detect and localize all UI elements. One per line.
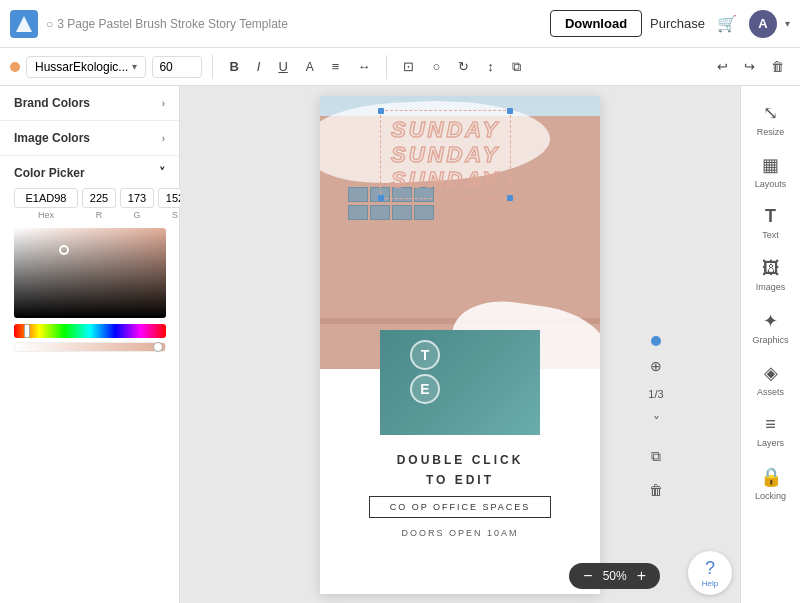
help-label: Help [702,579,718,588]
help-button[interactable]: ? Help [688,551,732,595]
gradient-cursor[interactable] [59,245,69,255]
story-card: SUNDAY SUNDAY SUNDAY T E [320,96,600,594]
handle-br[interactable] [507,195,513,201]
undo-button[interactable]: ↩ [711,55,734,78]
font-size-selector[interactable]: 60 [152,56,202,78]
box-button[interactable]: ⊡ [397,55,420,78]
font-selector[interactable]: HussarEkologic... ▾ [26,56,146,78]
opacity-cursor[interactable] [153,342,163,352]
hotel-letter-t: T [410,340,440,370]
template-title: 3 Page Pastel Brush Stroke Story Templat… [57,17,288,31]
double-click-text[interactable]: DOUBLE CLICK TO EDIT [397,451,524,489]
hex-input[interactable] [14,188,78,208]
page-indicator: 1/3 [642,386,669,402]
office-box[interactable]: CO OP OFFICE SPACES [369,496,552,518]
divider-2 [386,55,387,79]
sidebar-tool-text[interactable]: T Text [745,198,797,248]
window-5 [348,205,368,220]
hotel-letter-e: E [410,374,440,404]
hex-input-group: Hex [14,188,78,220]
help-icon: ? [705,558,715,579]
sunday-text-box[interactable]: SUNDAY SUNDAY SUNDAY [380,110,511,200]
color-picker-section: Color Picker ˅ Hex R G S [0,156,179,362]
template-name-bar: ○ 3 Page Pastel Brush Stroke Story Templ… [46,17,288,31]
duplicate-button[interactable]: ⧉ [642,442,670,470]
align-button[interactable]: ≡ [326,55,346,78]
images-label: Images [756,282,786,292]
logo-icon[interactable] [10,10,38,38]
opacity-slider[interactable] [14,342,166,352]
graphics-icon: ✦ [763,310,778,332]
handle-tl[interactable] [378,108,384,114]
layer-button[interactable]: ⧉ [506,55,527,79]
image-colors-section: Image Colors › [0,121,179,156]
r-input[interactable] [82,188,116,208]
sidebar-tool-assets[interactable]: ◈ Assets [745,354,797,404]
bold-button[interactable]: B [223,55,244,78]
flip-button[interactable]: ↕ [481,55,500,78]
layouts-icon: ▦ [762,154,779,176]
divider-1 [212,55,213,79]
zoom-in-button[interactable]: + [633,567,650,585]
font-size-value: 60 [159,60,172,74]
brand-colors-section: Brand Colors › [0,86,179,121]
download-button[interactable]: Download [550,10,642,37]
zoom-out-button[interactable]: − [579,567,596,585]
top-bar: ○ 3 Page Pastel Brush Stroke Story Templ… [0,0,800,48]
r-label: R [96,210,103,220]
window-7 [392,205,412,220]
color-picker-header[interactable]: Color Picker ˅ [14,166,165,180]
image-colors-arrow-icon: › [162,133,165,144]
assets-icon: ◈ [764,362,778,384]
chevron-down-nav[interactable]: ˅ [642,408,670,436]
teal-image-block: T E [380,330,540,435]
g-input[interactable] [120,188,154,208]
image-colors-header[interactable]: Image Colors › [0,121,179,155]
left-panel: Brand Colors › Image Colors › Color Pick… [0,86,180,603]
color-picker-arrow-icon: ˅ [159,166,165,180]
b-label: S [172,210,178,220]
zoom-bar: − 50% + [569,563,660,589]
assets-label: Assets [757,387,784,397]
purchase-button[interactable]: Purchase [650,16,705,31]
color-dot[interactable] [10,62,20,72]
spacing-button[interactable]: ↔ [351,55,376,78]
trash-button[interactable]: 🗑 [642,476,670,504]
text-style-button[interactable]: A [300,56,320,78]
hue-cursor[interactable] [24,324,30,338]
window-1 [348,187,368,202]
cart-icon[interactable]: 🛒 [713,10,741,38]
color-picker-label: Color Picker [14,166,85,180]
text-label: Text [762,230,779,240]
delete-button[interactable]: 🗑 [765,55,790,78]
layers-icon: ≡ [765,414,776,435]
sidebar-tool-locking[interactable]: 🔒 Locking [745,458,797,508]
underline-button[interactable]: U [272,55,293,78]
sidebar-tool-layouts[interactable]: ▦ Layouts [745,146,797,196]
hue-slider[interactable] [14,324,166,338]
avatar[interactable]: A [749,10,777,38]
image-colors-label: Image Colors [14,131,90,145]
brand-colors-arrow-icon: › [162,98,165,109]
resize-handle-button[interactable]: ⊕ [642,352,670,380]
gradient-canvas[interactable] [14,228,166,318]
italic-button[interactable]: I [251,55,267,78]
nav-dot-active[interactable] [651,336,661,346]
sidebar-tool-layers[interactable]: ≡ Layers [745,406,797,456]
redo-forward-button[interactable]: ↪ [738,55,761,78]
sidebar-tool-graphics[interactable]: ✦ Graphics [745,302,797,352]
hex-label: Hex [38,210,54,220]
circle-button[interactable]: ○ [426,55,446,78]
layouts-label: Layouts [755,179,787,189]
redo-button[interactable]: ↻ [452,55,475,78]
chevron-down-icon[interactable]: ▾ [785,18,790,29]
handle-tr[interactable] [507,108,513,114]
canvas-area[interactable]: SUNDAY SUNDAY SUNDAY T E [180,86,740,603]
brand-colors-header[interactable]: Brand Colors › [0,86,179,120]
sidebar-tool-resize[interactable]: ⤡ Resize [745,94,797,144]
svg-marker-0 [16,16,32,32]
text-icon: T [765,206,776,227]
handle-bl[interactable] [378,195,384,201]
sidebar-tool-images[interactable]: 🖼 Images [745,250,797,300]
resize-label: Resize [757,127,785,137]
